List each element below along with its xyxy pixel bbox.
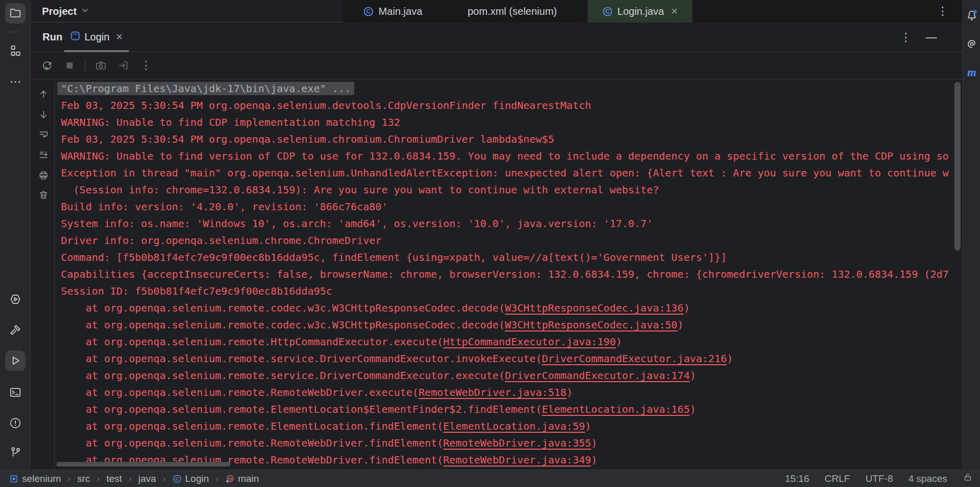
module-icon xyxy=(9,474,18,483)
breadcrumb-item-login[interactable]: CLogin xyxy=(173,473,209,484)
left-tool-stripe xyxy=(0,0,31,470)
stack-trace-link[interactable]: RemoteWebDriver.java:355 xyxy=(443,437,591,449)
console-line: at org.openqa.selenium.remote.RemoteWebD… xyxy=(61,435,954,452)
stack-trace-link[interactable]: RemoteWebDriver.java:518 xyxy=(418,386,566,399)
breadcrumb-label: selenium xyxy=(22,473,61,484)
clear-all-icon[interactable] xyxy=(37,189,50,201)
breadcrumb-item-src[interactable]: src xyxy=(77,473,90,484)
breadcrumb-separator: › xyxy=(129,474,132,484)
method-icon: m xyxy=(225,474,235,483)
maven-tool-icon[interactable]: m xyxy=(965,65,979,80)
main-toolbar: Project CMain.javapom.xml (selenium)CLog… xyxy=(31,0,963,23)
tab-label: pom.xml (selenium) xyxy=(467,6,557,17)
chevron-down-icon xyxy=(81,6,89,16)
toolbar-divider xyxy=(85,59,86,72)
folded-command-line[interactable]: "C:\Program Files\Java\jdk-17\bin\java.e… xyxy=(57,82,354,95)
editor-tab-login-java[interactable]: CLogin.java✕ xyxy=(588,0,692,23)
console-line: (Session info: chrome=132.0.6834.159): A… xyxy=(61,182,954,198)
editor-tab-pom-xml-selenium-[interactable]: pom.xml (selenium) xyxy=(446,0,573,23)
stack-trace-link[interactable]: DriverCommandExecutor.java:174 xyxy=(505,369,690,382)
screenshot-icon[interactable] xyxy=(94,58,108,73)
console-line: at org.openqa.selenium.remote.ElementLoc… xyxy=(61,418,954,435)
vertical-scrollbar[interactable] xyxy=(954,82,961,251)
editor-tab-bar: CMain.javapom.xml (selenium)CLogin.java✕ xyxy=(343,0,963,23)
encoding-widget[interactable]: UTF-8 xyxy=(865,473,893,484)
ide-window: Project CMain.javapom.xml (selenium)CLog… xyxy=(0,0,980,487)
console-gutter xyxy=(31,79,55,470)
breadcrumb-label: src xyxy=(77,473,90,484)
kebab-icon[interactable]: ⋮ xyxy=(139,58,153,73)
stack-trace-link[interactable]: RemoteWebDriver.java:349 xyxy=(443,454,591,466)
caret-position-widget[interactable]: 15:16 xyxy=(785,473,809,484)
stack-trace-link[interactable]: ElementLocation.java:165 xyxy=(542,403,690,415)
scroll-to-end-icon[interactable] xyxy=(37,149,50,161)
console-line: Capabilities {acceptInsecureCerts: false… xyxy=(61,266,954,283)
version-control-icon[interactable] xyxy=(5,442,26,462)
console-line: Driver info: org.openqa.selenium.chrome.… xyxy=(61,232,954,249)
problems-icon[interactable] xyxy=(5,413,26,433)
minimize-icon[interactable]: — xyxy=(926,31,937,44)
close-icon[interactable]: ✕ xyxy=(116,32,123,42)
rerun-icon[interactable] xyxy=(40,58,54,73)
terminal-icon[interactable] xyxy=(5,382,26,403)
svg-text:m: m xyxy=(228,476,232,481)
notifications-bell-icon[interactable] xyxy=(965,8,979,23)
breadcrumb-item-main[interactable]: mmain xyxy=(225,473,259,484)
stack-trace-link[interactable]: ElementLocation.java:59 xyxy=(443,420,585,432)
run-console: "C:\Program Files\Java\jdk-17\bin\java.e… xyxy=(31,79,963,470)
run-toolbar: ⋮ xyxy=(31,52,963,79)
stack-trace-link[interactable]: HttpCommandExecutor.java:190 xyxy=(443,336,616,348)
run-icon[interactable] xyxy=(5,350,26,371)
print-icon[interactable] xyxy=(37,169,50,182)
stack-trace-link[interactable]: DriverCommandExecutor.java:216 xyxy=(542,352,727,365)
console-line: Exception in thread "main" org.openqa.se… xyxy=(61,165,954,182)
structure-icon[interactable] xyxy=(5,40,26,61)
console-line: at org.openqa.selenium.remote.codec.w3c.… xyxy=(61,300,954,317)
lock-open-icon[interactable] xyxy=(963,472,973,485)
indent-widget[interactable]: 4 spaces xyxy=(908,473,947,484)
console-tab-icon xyxy=(70,31,80,43)
console-line: at org.openqa.selenium.remote.codec.w3c.… xyxy=(61,317,954,334)
project-switcher[interactable]: Project xyxy=(42,0,89,23)
close-icon[interactable]: ✕ xyxy=(671,6,678,17)
console-line: at org.openqa.selenium.remote.HttpComman… xyxy=(61,334,954,350)
breadcrumb-separator: › xyxy=(68,474,71,484)
svg-text:C: C xyxy=(367,8,371,14)
editor-tab-main-java[interactable]: CMain.java xyxy=(354,0,431,23)
run-panel-title: Run xyxy=(42,23,62,52)
more-tool-windows-icon[interactable] xyxy=(5,72,26,92)
console-line: Feb 03, 2025 5:30:54 PM org.openqa.selen… xyxy=(61,131,954,148)
kebab-icon[interactable]: ⋮ xyxy=(900,31,911,44)
stop-icon[interactable] xyxy=(62,58,77,73)
console-line: Feb 03, 2025 5:30:54 PM org.openqa.selen… xyxy=(61,97,954,114)
tab-label: Login.java xyxy=(617,6,664,17)
run-tab-label: Login xyxy=(84,31,110,43)
scroll-down-icon[interactable] xyxy=(37,108,50,121)
scroll-up-icon[interactable] xyxy=(37,88,50,100)
line-separator-widget[interactable]: CRLF xyxy=(825,473,850,484)
soft-wrap-icon[interactable] xyxy=(37,128,50,141)
status-bar: selenium›src›test›java›CLogin›mmain 15:1… xyxy=(0,470,980,487)
console-line: WARNING: Unable to find CDP implementati… xyxy=(61,114,954,131)
stack-trace-link[interactable]: W3CHttpResponseCodec.java:50 xyxy=(505,319,677,331)
horizontal-scrollbar[interactable] xyxy=(56,462,230,467)
breadcrumb-item-test[interactable]: test xyxy=(106,473,122,484)
stack-trace-link[interactable]: W3CHttpResponseCodec.java:136 xyxy=(505,302,684,314)
svg-text:C: C xyxy=(605,8,609,14)
svg-text:C: C xyxy=(175,476,179,481)
kebab-icon[interactable]: ⋮ xyxy=(935,4,950,19)
stripe-divider xyxy=(7,32,19,32)
build-icon[interactable] xyxy=(5,320,26,340)
breadcrumb-item-selenium[interactable]: selenium xyxy=(9,473,61,484)
class-icon: C xyxy=(602,6,613,17)
run-tab-login[interactable]: Login ✕ xyxy=(63,23,130,52)
project-folder-icon[interactable] xyxy=(5,3,26,24)
console-line: at org.openqa.selenium.remote.service.Dr… xyxy=(61,367,954,384)
breadcrumb-separator: › xyxy=(97,474,100,484)
services-icon[interactable] xyxy=(5,289,26,309)
run-panel-header: Run Login ✕ ⋮ — xyxy=(31,23,963,52)
import-console-icon[interactable] xyxy=(116,58,131,73)
breadcrumb-item-java[interactable]: java xyxy=(138,473,156,484)
class-icon: C xyxy=(363,6,374,17)
ai-assistant-icon[interactable] xyxy=(965,37,979,51)
